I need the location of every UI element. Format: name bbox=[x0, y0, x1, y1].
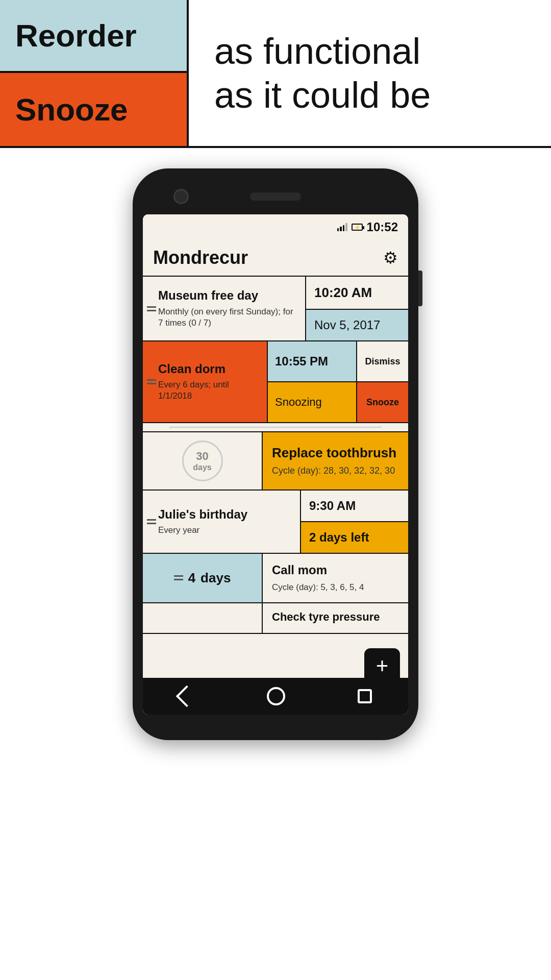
task-row-cleandorm: Clean dorm Every 6 days; until 1/1/2018 … bbox=[143, 341, 408, 423]
battery-icon: ⚡ bbox=[352, 224, 363, 231]
banner-right: as functional as it could be bbox=[189, 0, 551, 146]
toothbrush-days-label: days bbox=[193, 463, 211, 472]
task-row-callmom: 4 days Call mom Cycle (day): 5, 3, 6, 5,… bbox=[143, 554, 408, 603]
tyre-task-info: Check tyre pressure bbox=[263, 603, 408, 633]
days-badge: 30 days bbox=[182, 440, 223, 481]
tyre-left bbox=[143, 603, 263, 634]
reorder-label: Reorder bbox=[15, 17, 137, 54]
phone-container: ⚡ 10:52 Mondrecur ⚙ Museu bbox=[0, 148, 551, 980]
julie-task-info: Julie's birthday Every year bbox=[143, 491, 301, 553]
museum-task-time: 10:20 AM Nov 5, 2017 bbox=[306, 277, 408, 340]
snooze-button[interactable]: Snooze bbox=[357, 382, 408, 422]
callmom-task-info: Call mom Cycle (day): 5, 3, 6, 5, 4 bbox=[263, 554, 408, 602]
app-header: Mondrecur ⚙ bbox=[143, 240, 408, 277]
add-task-button[interactable]: + bbox=[364, 648, 400, 684]
toothbrush-days-num: 30 bbox=[196, 450, 208, 463]
museum-date: Nov 5, 2017 bbox=[306, 310, 408, 340]
plus-icon: + bbox=[376, 655, 389, 677]
content-area: Museum free day Monthly (on every first … bbox=[143, 277, 408, 715]
toothbrush-days-badge: 30 days bbox=[143, 432, 263, 489]
cleandorm-actions: Dismiss Snooze bbox=[357, 341, 408, 422]
banner-reorder: Reorder bbox=[0, 0, 187, 73]
task-row-tyre: Check tyre pressure bbox=[143, 603, 408, 634]
settings-icon[interactable]: ⚙ bbox=[383, 248, 398, 267]
nav-recents-button[interactable] bbox=[358, 689, 372, 703]
callmom-recurrence: Cycle (day): 5, 3, 6, 5, 4 bbox=[272, 582, 399, 593]
status-time: 10:52 bbox=[367, 220, 398, 234]
phone-camera bbox=[173, 189, 189, 204]
tyre-task-name: Check tyre pressure bbox=[272, 610, 380, 623]
section-divider bbox=[143, 423, 408, 432]
cleandorm-recurrence: Every 6 days; until 1/1/2018 bbox=[158, 379, 259, 402]
callmom-task-name: Call mom bbox=[272, 563, 399, 578]
julie-time-info: 9:30 AM 2 days left bbox=[301, 491, 408, 553]
cleandorm-task-name: Clean dorm bbox=[158, 362, 259, 377]
phone-screen: ⚡ 10:52 Mondrecur ⚙ Museu bbox=[143, 214, 408, 715]
snooze-label: Snooze bbox=[15, 91, 128, 128]
dismiss-button[interactable]: Dismiss bbox=[357, 341, 408, 382]
cleandorm-time: 10:55 PM bbox=[268, 341, 356, 382]
callmom-days-label: days bbox=[201, 570, 231, 586]
toothbrush-task-name: Replace toothbrush bbox=[272, 445, 399, 461]
drag-handle-julie[interactable] bbox=[147, 519, 156, 524]
phone-top-bar bbox=[143, 179, 408, 214]
cleandorm-task-info: Clean dorm Every 6 days; until 1/1/2018 bbox=[143, 341, 268, 422]
museum-task-name: Museum free day bbox=[158, 288, 297, 303]
tagline: as functional as it could be bbox=[214, 29, 431, 117]
banner-snooze: Snooze bbox=[0, 73, 187, 146]
task-row-museum: Museum free day Monthly (on every first … bbox=[143, 277, 408, 341]
top-banner: Reorder Snooze as functional as it could… bbox=[0, 0, 551, 148]
phone-outer: ⚡ 10:52 Mondrecur ⚙ Museu bbox=[133, 168, 418, 740]
drag-handle-cleandorm[interactable] bbox=[147, 379, 156, 384]
callmom-days-num: 4 bbox=[188, 570, 195, 586]
drag-handle-museum[interactable] bbox=[147, 306, 156, 311]
toothbrush-recurrence: Cycle (day): 28, 30, 32, 32, 30 bbox=[272, 465, 399, 477]
museum-recurrence: Monthly (on every first Sunday); for 7 t… bbox=[158, 306, 297, 329]
status-bar: ⚡ 10:52 bbox=[143, 214, 408, 240]
drag-handle-callmom[interactable] bbox=[174, 575, 183, 580]
callmom-days-info: 4 days bbox=[143, 554, 263, 602]
museum-task-info: Museum free day Monthly (on every first … bbox=[143, 277, 306, 340]
task-row-julie: Julie's birthday Every year 9:30 AM 2 da… bbox=[143, 491, 408, 554]
nav-home-button[interactable] bbox=[267, 687, 285, 705]
julie-recurrence: Every year bbox=[158, 525, 292, 536]
nav-back-button[interactable] bbox=[176, 685, 197, 707]
phone-speaker bbox=[250, 192, 301, 201]
app-title: Mondrecur bbox=[153, 247, 248, 268]
cleandorm-time-info: 10:55 PM Snoozing bbox=[268, 341, 357, 422]
cleandorm-status: Snoozing bbox=[268, 382, 356, 422]
callmom-days: 4 days bbox=[174, 570, 231, 586]
julie-time: 9:30 AM bbox=[301, 491, 408, 522]
toothbrush-task-info: Replace toothbrush Cycle (day): 28, 30, … bbox=[263, 432, 408, 489]
banner-left: Reorder Snooze bbox=[0, 0, 189, 146]
julie-task-name: Julie's birthday bbox=[158, 507, 292, 522]
julie-days-left: 2 days left bbox=[301, 522, 408, 553]
museum-time: 10:20 AM bbox=[306, 277, 408, 310]
signal-icon bbox=[337, 223, 347, 231]
task-row-toothbrush: 30 days Replace toothbrush Cycle (day): … bbox=[143, 432, 408, 491]
